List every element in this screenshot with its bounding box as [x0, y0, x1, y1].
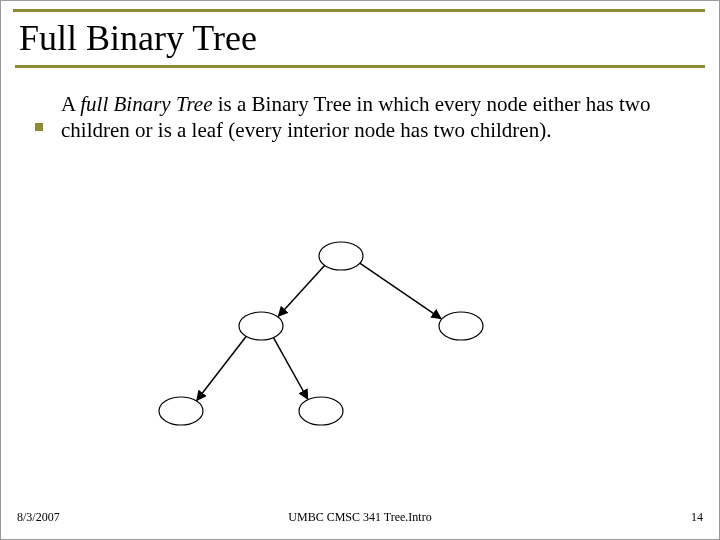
def-italic: full Binary Tree: [80, 92, 212, 116]
tree-edge: [273, 337, 308, 399]
tree-edge: [359, 263, 441, 319]
footer-center: UMBC CMSC 341 Tree.Intro: [17, 510, 703, 525]
tree-edge: [278, 265, 325, 317]
tree-svg: [121, 231, 541, 451]
def-prefix: A: [61, 92, 80, 116]
bullet-icon: [35, 123, 43, 131]
tree-diagram: [121, 231, 541, 451]
tree-node: [239, 312, 283, 340]
bullet-row: A full Binary Tree is a Binary Tree in w…: [35, 91, 679, 144]
slide: Full Binary Tree A full Binary Tree is a…: [0, 0, 720, 540]
tree-edge: [197, 336, 247, 401]
tree-node: [299, 397, 343, 425]
slide-title: Full Binary Tree: [15, 13, 705, 69]
title-block: Full Binary Tree: [15, 13, 705, 68]
tree-edges: [197, 263, 441, 401]
footer: 8/3/2007 UMBC CMSC 341 Tree.Intro 14: [17, 510, 703, 525]
accent-line-top: [13, 9, 705, 12]
tree-node: [319, 242, 363, 270]
tree-node: [439, 312, 483, 340]
definition-text: A full Binary Tree is a Binary Tree in w…: [61, 91, 679, 144]
tree-node: [159, 397, 203, 425]
body-text: A full Binary Tree is a Binary Tree in w…: [35, 91, 679, 144]
accent-line-under-title: [15, 65, 705, 68]
